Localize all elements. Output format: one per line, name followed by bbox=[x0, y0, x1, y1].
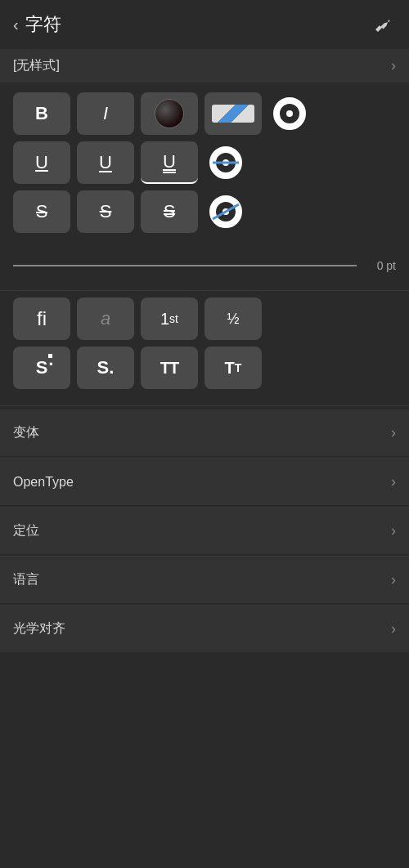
italic-button[interactable]: I bbox=[77, 92, 134, 135]
strikethrough-double-button[interactable]: S bbox=[141, 190, 198, 233]
superscript-button[interactable]: 1st bbox=[141, 298, 198, 340]
spacing-row: 0 pt bbox=[0, 248, 409, 284]
underline-double-button[interactable]: U bbox=[141, 141, 198, 184]
strike-label: S bbox=[36, 201, 48, 222]
stroke-color-button[interactable] bbox=[204, 92, 262, 135]
style-chevron-icon: › bbox=[391, 57, 396, 74]
ordinal-dot: · bbox=[48, 354, 52, 358]
donut-icon-2[interactable] bbox=[204, 141, 247, 184]
formatting-section: B I U U U bbox=[0, 84, 409, 248]
menu-item-position[interactable]: 定位 › bbox=[0, 507, 409, 554]
italic-a-button[interactable]: a bbox=[77, 298, 134, 340]
donut-svg-2 bbox=[209, 145, 243, 180]
underline-button[interactable]: U bbox=[13, 141, 70, 184]
row-underline: U U U bbox=[13, 141, 396, 184]
page-title: 字符 bbox=[25, 12, 61, 37]
spacing-slider-track[interactable] bbox=[13, 265, 357, 266]
pin-button[interactable] bbox=[370, 11, 396, 38]
row-case: S· S. TT TT bbox=[13, 347, 396, 389]
menu-chevron-opentype: › bbox=[391, 473, 396, 490]
donut-icon-1[interactable] bbox=[268, 92, 311, 135]
donut-svg-1 bbox=[272, 96, 307, 131]
menu-chevron-optical: › bbox=[391, 620, 396, 638]
menu-item-optical[interactable]: 光学对齐 › bbox=[0, 605, 409, 652]
allcaps-button[interactable]: TT bbox=[141, 347, 198, 389]
donut-icon-3[interactable] bbox=[204, 190, 247, 233]
pin-icon bbox=[373, 15, 393, 34]
menu-item-opentype[interactable]: OpenType › bbox=[0, 458, 409, 505]
menu-item-language[interactable]: 语言 › bbox=[0, 556, 409, 603]
ligature-fi-button[interactable]: fi bbox=[13, 298, 70, 340]
ordinal-period-button[interactable]: S. bbox=[77, 347, 134, 389]
row-strikethrough: S S S bbox=[13, 190, 396, 233]
ordinal-button[interactable]: S· bbox=[13, 347, 70, 389]
strikethrough-single-button[interactable]: S bbox=[77, 190, 134, 233]
svg-point-1 bbox=[286, 110, 293, 117]
color-circle bbox=[155, 99, 184, 128]
ordinal-s-label: S· bbox=[36, 357, 48, 378]
row-ligature: fi a 1st ½ bbox=[13, 298, 396, 340]
fraction-button[interactable]: ½ bbox=[204, 298, 262, 340]
special-section: fi a 1st ½ S· S. TT TT bbox=[0, 294, 409, 402]
stroke-swatch bbox=[212, 105, 254, 123]
menu-chevron-position: › bbox=[391, 522, 396, 539]
menu-label-opentype: OpenType bbox=[13, 475, 74, 490]
smallcaps-t: T bbox=[235, 361, 242, 374]
menu-label-position: 定位 bbox=[13, 522, 39, 539]
style-selector[interactable]: [无样式] › bbox=[0, 49, 409, 83]
menu-label-optical: 光学对齐 bbox=[13, 620, 65, 638]
underline-dotted-button[interactable]: U bbox=[77, 141, 134, 184]
color-picker-button[interactable] bbox=[141, 92, 198, 135]
menu-section: 变体 › OpenType › 定位 › 语言 › 光学对齐 › bbox=[0, 409, 409, 652]
strike-double-label: S bbox=[164, 201, 176, 222]
back-button[interactable]: ‹ bbox=[13, 16, 19, 34]
menu-item-variant[interactable]: 变体 › bbox=[0, 409, 409, 456]
spacing-value: 0 pt bbox=[366, 259, 396, 272]
strike-single-label: S bbox=[100, 201, 112, 222]
style-label: [无样式] bbox=[13, 57, 60, 74]
row-bold-italic: B I bbox=[13, 92, 396, 135]
header-left: ‹ 字符 bbox=[13, 12, 61, 37]
menu-chevron-variant: › bbox=[391, 424, 396, 441]
bold-button[interactable]: B bbox=[13, 92, 70, 135]
super-suffix: st bbox=[169, 312, 178, 325]
menu-chevron-language: › bbox=[391, 571, 396, 588]
strikethrough-button[interactable]: S bbox=[13, 190, 70, 233]
header: ‹ 字符 bbox=[0, 0, 409, 49]
super-base: 1 bbox=[160, 310, 169, 329]
smallcaps-button[interactable]: TT bbox=[204, 347, 262, 389]
menu-label-variant: 变体 bbox=[13, 424, 39, 441]
donut-svg-3 bbox=[209, 195, 243, 229]
menu-label-language: 语言 bbox=[13, 571, 39, 588]
